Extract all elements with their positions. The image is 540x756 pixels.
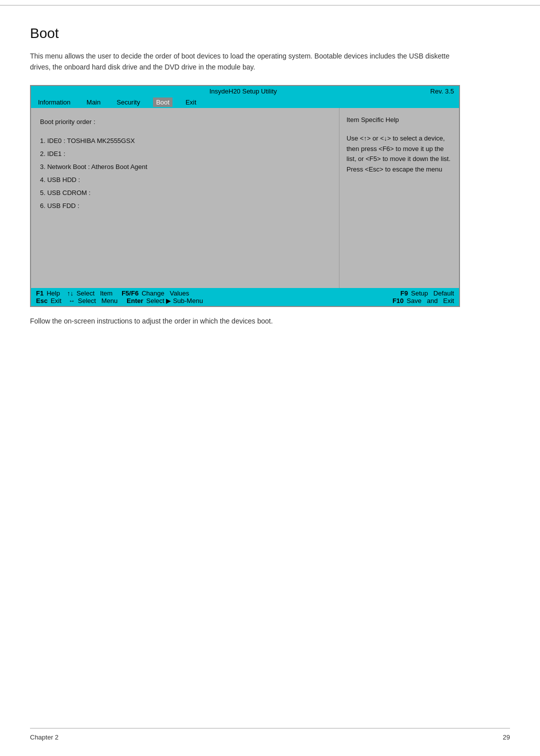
footer-arrows-desc: Select Item — [76, 290, 112, 297]
footer-f1-key: F1 — [36, 290, 44, 297]
footer-f1-desc: Help — [46, 290, 60, 297]
footer-f9-desc: Setup Default — [411, 290, 454, 297]
footer-line-2: Esc Exit ↔ Select Menu Enter Select ▶ Su… — [36, 297, 454, 304]
footer-enter-desc: Select ▶ Sub-Menu — [146, 297, 203, 304]
boot-item-3: 3. Network Boot : Atheros Boot Agent — [40, 160, 330, 174]
intro-text: This menu allows the user to decide the … — [30, 50, 460, 73]
bios-help-panel: Item Specific Help Use <↑> or <↓> to sel… — [339, 108, 459, 288]
footer-rows: F1 Help ↑↓ Select Item F5/F6 Change Valu… — [36, 290, 454, 304]
bios-footer: F1 Help ↑↓ Select Item F5/F6 Change Valu… — [31, 288, 459, 306]
footer-esc-desc: Exit — [50, 297, 62, 304]
nav-item-main[interactable]: Main — [84, 98, 104, 107]
bios-body: Boot priority order : 1. IDE0 : TOSHIBA … — [31, 108, 459, 288]
footer-lr-desc: Select Menu — [78, 297, 118, 304]
boot-section-label: Boot priority order : — [40, 118, 330, 126]
nav-item-boot[interactable]: Boot — [153, 98, 172, 107]
follow-text: Follow the on-screen instructions to adj… — [30, 317, 460, 325]
boot-item-4: 4. USB HDD : — [40, 174, 330, 186]
page-title: Boot — [30, 26, 510, 42]
footer-f9-key: F9 — [400, 290, 408, 297]
footer-enter-key: Enter — [126, 297, 143, 304]
footer-lr-key: ↔ — [68, 297, 75, 304]
bios-navbar: Information Main Security Boot Exit — [31, 96, 459, 108]
footer-line-1: F1 Help ↑↓ Select Item F5/F6 Change Valu… — [36, 290, 454, 297]
boot-item-6: 6. USB FDD : — [40, 200, 330, 212]
help-title: Item Specific Help — [346, 116, 452, 124]
nav-item-information[interactable]: Information — [35, 98, 74, 107]
footer-f5f6-key: F5/F6 — [122, 290, 138, 297]
footer-esc-key: Esc — [36, 297, 48, 304]
bios-container: InsydeH20 Setup Utility Rev. 3.5 Informa… — [30, 85, 460, 307]
bios-main: Boot priority order : 1. IDE0 : TOSHIBA … — [31, 108, 339, 288]
bios-title-center: InsydeH20 Setup Utility — [56, 88, 430, 95]
bios-titlebar: InsydeH20 Setup Utility Rev. 3.5 — [31, 86, 459, 96]
help-body: Use <↑> or <↓> to select a device, then … — [346, 134, 452, 175]
boot-items-list: 1. IDE0 : TOSHIBA MK2555GSX 2. IDE1 : 3.… — [40, 134, 330, 212]
boot-item-5: 5. USB CDROM : — [40, 186, 330, 200]
boot-item-1: 1. IDE0 : TOSHIBA MK2555GSX — [40, 134, 330, 148]
bios-title-left — [36, 88, 56, 95]
footer-f10-key: F10 — [392, 297, 404, 304]
bios-rev: Rev. 3.5 — [430, 88, 454, 95]
page-number: 29 — [503, 734, 510, 741]
page-footer: Chapter 2 29 — [30, 728, 510, 741]
nav-item-exit[interactable]: Exit — [182, 98, 200, 107]
boot-item-2: 2. IDE1 : — [40, 148, 330, 160]
page-container: Boot This menu allows the user to decide… — [0, 5, 540, 345]
nav-item-security[interactable]: Security — [114, 98, 143, 107]
chapter-label: Chapter 2 — [30, 734, 58, 741]
footer-f10-desc: Save and Exit — [406, 297, 454, 304]
footer-arrows-key: ↑↓ — [67, 290, 74, 297]
footer-f5f6-desc: Change Values — [142, 290, 189, 297]
